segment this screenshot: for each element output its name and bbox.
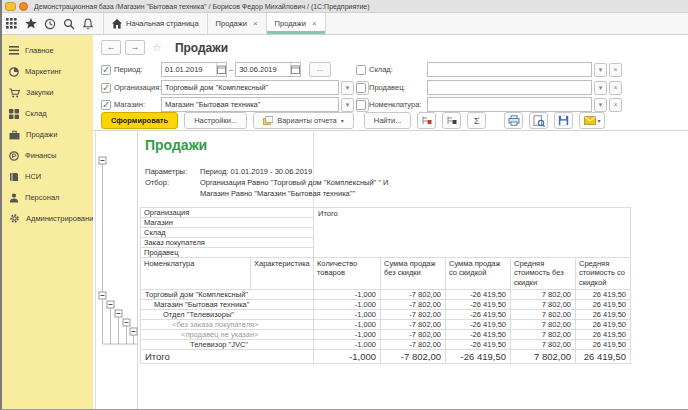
tab-sales-1[interactable]: Продажи × <box>208 13 267 34</box>
send-mail-button[interactable]: ▾ <box>579 112 605 129</box>
main-menu-icon[interactable] <box>2 13 21 34</box>
forward-button[interactable]: → <box>125 40 145 55</box>
avg-no-discount-cell[interactable]: 7 802,00 <box>511 330 576 340</box>
store-checkbox[interactable] <box>101 100 111 110</box>
qty-cell[interactable]: -1,000 <box>314 330 381 340</box>
history-icon[interactable] <box>40 13 59 34</box>
sidebar-item-warehouse[interactable]: Склад <box>2 103 93 124</box>
total-label-cell[interactable]: Итого <box>141 350 314 364</box>
generate-button[interactable]: Сформировать <box>101 112 178 129</box>
sidebar-item-personnel[interactable]: Персонал <box>2 187 93 208</box>
avg-no-discount-cell[interactable]: 7 802,00 <box>511 350 576 364</box>
sum-with-discount-cell[interactable]: -26 419,50 <box>446 350 511 364</box>
sum-with-discount-cell[interactable]: -26 419,50 <box>446 330 511 340</box>
nomenclature-dropdown-icon[interactable]: ▾ <box>594 98 607 112</box>
tab-close-icon[interactable]: × <box>312 19 317 28</box>
seller-dropdown-icon[interactable]: ▾ <box>594 81 607 95</box>
qty-cell[interactable]: -1,000 <box>314 320 381 330</box>
warehouse-clear-icon[interactable]: × <box>609 63 622 77</box>
qty-cell[interactable]: -1,000 <box>314 300 381 310</box>
avg-with-discount-cell[interactable]: 26 419,50 <box>576 350 631 364</box>
avg-no-discount-cell[interactable]: 7 802,00 <box>511 290 576 300</box>
onec-logo-icon[interactable] <box>5 2 16 11</box>
window-menu-icon[interactable] <box>19 2 28 11</box>
avg-no-discount-cell[interactable]: 7 802,00 <box>511 300 576 310</box>
nomenclature-input[interactable] <box>428 98 591 111</box>
sum-no-discount-cell[interactable]: -7 802,00 <box>381 290 446 300</box>
sum-no-discount-cell[interactable]: -7 802,00 <box>381 320 446 330</box>
sum-no-discount-cell[interactable]: -7 802,00 <box>381 340 446 350</box>
tab-close-icon[interactable]: × <box>253 19 258 28</box>
group-label-cell[interactable]: <без заказа покупателя> <box>141 320 314 330</box>
notifications-bell-icon[interactable] <box>78 13 97 34</box>
organization-dropdown-icon[interactable]: ▾ <box>341 81 354 95</box>
sum-no-discount-cell[interactable]: -7 802,00 <box>381 350 446 364</box>
sidebar-item-marketing[interactable]: Маркетинг <box>2 61 93 82</box>
print-button[interactable] <box>504 112 523 129</box>
avg-with-discount-cell[interactable]: 26 419,50 <box>576 320 631 330</box>
sidebar-item-master-data[interactable]: НСИ <box>2 166 93 187</box>
calendar-icon[interactable] <box>216 63 226 76</box>
sum-no-discount-cell[interactable]: -7 802,00 <box>381 310 446 320</box>
avg-no-discount-cell[interactable]: 7 802,00 <box>511 340 576 350</box>
seller-input[interactable] <box>428 81 591 94</box>
organization-input[interactable] <box>162 81 338 94</box>
nomenclature-checkbox[interactable] <box>356 100 366 110</box>
warehouse-checkbox[interactable] <box>356 65 366 75</box>
sum-with-discount-cell[interactable]: -26 419,50 <box>446 310 511 320</box>
avg-with-discount-cell[interactable]: 26 419,50 <box>576 340 631 350</box>
seller-checkbox[interactable] <box>356 83 366 93</box>
qty-cell[interactable]: -1,000 <box>314 340 381 350</box>
preview-button[interactable] <box>529 112 548 129</box>
avg-with-discount-cell[interactable]: 26 419,50 <box>576 310 631 320</box>
avg-no-discount-cell[interactable]: 7 802,00 <box>511 320 576 330</box>
sum-with-discount-cell[interactable]: -26 419,50 <box>446 300 511 310</box>
period-checkbox[interactable] <box>101 65 111 75</box>
favorites-icon[interactable] <box>21 13 40 34</box>
warehouse-input[interactable] <box>428 63 591 76</box>
sum-no-discount-cell[interactable]: -7 802,00 <box>381 330 446 340</box>
avg-with-discount-cell[interactable]: 26 419,50 <box>576 330 631 340</box>
store-dropdown-icon[interactable]: ▾ <box>341 98 354 112</box>
avg-with-discount-cell[interactable]: 26 419,50 <box>576 290 631 300</box>
calendar-icon[interactable] <box>290 63 300 76</box>
period-to-input[interactable] <box>236 63 290 76</box>
avg-with-discount-cell[interactable]: 26 419,50 <box>576 300 631 310</box>
save-button[interactable] <box>554 112 573 129</box>
sidebar-item-main[interactable]: Главное <box>2 40 93 61</box>
find-button[interactable]: Найти... <box>364 112 412 129</box>
settings-button[interactable]: Настройки... <box>184 112 247 129</box>
store-input[interactable] <box>162 98 338 111</box>
organization-checkbox[interactable] <box>101 83 111 93</box>
grouping-gutter[interactable] <box>95 131 138 409</box>
sum-with-discount-cell[interactable]: -26 419,50 <box>446 340 511 350</box>
seller-clear-icon[interactable]: × <box>609 81 622 95</box>
tab-home[interactable]: Начальная страница <box>103 13 208 34</box>
qty-cell[interactable]: -1,000 <box>314 310 381 320</box>
sidebar-item-sales[interactable]: Продажи <box>2 124 93 145</box>
qty-cell[interactable]: -1,000 <box>314 350 381 364</box>
period-from-input[interactable] <box>162 63 216 76</box>
sidebar-item-finance[interactable]: Финансы <box>2 145 93 166</box>
sidebar-item-administration[interactable]: Администрирование <box>2 208 93 229</box>
group-label-cell[interactable]: Отдел "Телевизоры" <box>141 310 314 320</box>
expand-groups-button[interactable] <box>442 112 461 129</box>
qty-cell[interactable]: -1,000 <box>314 290 381 300</box>
sum-with-discount-cell[interactable]: -26 419,50 <box>446 320 511 330</box>
tab-sales-2-active[interactable]: Продажи × <box>267 13 326 34</box>
back-button[interactable]: ← <box>101 40 121 55</box>
group-label-cell[interactable]: Телевизор "JVC" <box>141 340 314 350</box>
group-label-cell[interactable]: Магазин "Бытовая техника" <box>141 300 314 310</box>
totals-button[interactable]: Σ <box>467 112 486 129</box>
group-label-cell[interactable]: <продавец не указан> <box>141 330 314 340</box>
avg-no-discount-cell[interactable]: 7 802,00 <box>511 310 576 320</box>
nomenclature-clear-icon[interactable]: × <box>609 98 622 112</box>
warehouse-dropdown-icon[interactable]: ▾ <box>594 63 607 77</box>
report-variants-button[interactable]: Варианты отчета ▾ <box>253 112 354 129</box>
favorite-star-icon[interactable]: ☆ <box>152 41 162 54</box>
sum-with-discount-cell[interactable]: -26 419,50 <box>446 290 511 300</box>
collapse-groups-button[interactable] <box>417 112 436 129</box>
sum-no-discount-cell[interactable]: -7 802,00 <box>381 300 446 310</box>
group-label-cell[interactable]: Торговый дом "Комплексный" <box>141 290 314 300</box>
period-more-button[interactable]: ... <box>309 62 331 77</box>
